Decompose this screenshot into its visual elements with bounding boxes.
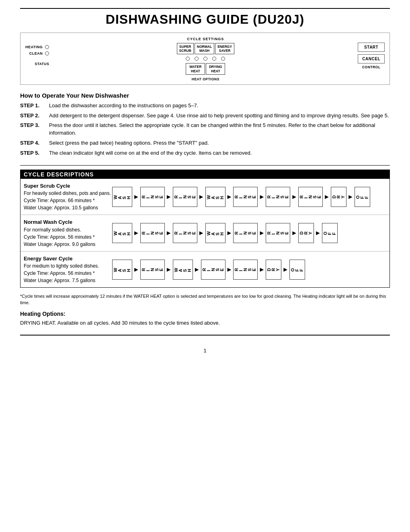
super-scrub-stages: WASH ► RINSE ► RINSE ► WASH ► RINSE ►	[112, 187, 386, 207]
energy-saver-water: Water Usage: Approx. 7.5 gallons	[24, 277, 112, 284]
cancel-button[interactable]: CANCEL	[358, 54, 385, 63]
arrow-3: ►	[198, 193, 205, 201]
step-4-label: STEP 4.	[20, 139, 49, 147]
energy-saver-info: Energy Saver Cycle For medium to lightly…	[24, 255, 112, 284]
dot-1	[186, 57, 190, 61]
cycle-desc-body: Super Scrub Cycle For heavily soiled dis…	[20, 179, 390, 288]
stage-rinse-5: RINSE	[298, 187, 323, 207]
normal-wash-button[interactable]: NORMALWASH	[195, 43, 214, 54]
step-3-label: STEP 3.	[20, 122, 49, 137]
normal-wash-stages: WASH ► RINSE ► RINSE ► WASH ► RINSE ►	[112, 223, 386, 243]
heating-label: HEATING	[25, 45, 43, 49]
es-stage-rinse-1: RINSE	[140, 260, 165, 280]
step-1-row: STEP 1. Load the dishwasher according to…	[20, 102, 390, 110]
rinse-stage-text-5: RINSE	[298, 187, 323, 207]
es-stage-rinse-3: RINSE	[233, 260, 258, 280]
normal-wash-name: Normal Wash Cycle	[24, 218, 112, 226]
es-arrow-1: ►	[133, 266, 139, 273]
page-number: 1	[20, 348, 390, 354]
super-scrub-water: Water Usage: Approx. 10.5 gallons	[24, 204, 112, 211]
stage-off-1: OFF	[355, 187, 370, 207]
rinse-stage-text-2: RINSE	[173, 187, 197, 207]
clean-label-row: CLEAN	[25, 51, 49, 55]
es-wash-text-1: WASH	[112, 260, 132, 280]
stage-rinse-1: RINSE	[140, 187, 165, 207]
dot-4	[212, 57, 216, 61]
water-heat-button[interactable]: WATERHEAT	[186, 63, 205, 74]
cycle-settings-label: CYCLE SETTINGS	[187, 37, 224, 41]
nw-arrow-4: ►	[226, 229, 233, 237]
nw-stage-rinse-4: RINSE	[266, 223, 290, 243]
es-dry-text: DRY	[266, 260, 281, 280]
how-to-operate-section: How to Operate Your New Dishwasher STEP …	[20, 92, 390, 157]
es-stage-dry: DRY	[266, 260, 281, 280]
energy-saver-button[interactable]: ENERGYSAVER	[215, 43, 234, 54]
nw-arrow-7: ►	[315, 229, 321, 237]
control-right: START CANCEL CONTROL	[358, 37, 385, 69]
es-off-text: OFF	[289, 260, 305, 280]
page-title: DISHWASHING GUIDE (DU20J)	[20, 12, 390, 27]
heat-options-label-row: HEAT OPTIONS	[53, 77, 358, 81]
clean-label: CLEAN	[29, 51, 43, 55]
energy-saver-row: Energy Saver Cycle For medium to lightly…	[20, 252, 390, 288]
nw-wash-text-1: WASH	[112, 223, 132, 243]
step-1-text: Load the dishwasher according to the ins…	[49, 102, 198, 110]
nw-stage-rinse-2: RINSE	[173, 223, 197, 243]
bottom-border	[20, 335, 390, 336]
rinse-stage-text-4: RINSE	[266, 187, 290, 207]
rinse-stage-text-3: RINSE	[233, 187, 258, 207]
es-stage-wash-2: WASH	[173, 260, 193, 280]
nw-stage-off: OFF	[322, 223, 338, 243]
es-wash-text-2: WASH	[173, 260, 193, 280]
rinse-stage-text-1: RINSE	[140, 187, 165, 207]
nw-rinse-text-2: RINSE	[173, 223, 197, 243]
arrow-2: ►	[166, 193, 172, 201]
heat-options-label: HEAT OPTIONS	[192, 77, 219, 81]
wash-stage-text-2: WASH	[205, 187, 226, 207]
es-rinse-text-1: RINSE	[140, 260, 165, 280]
control-buttons: START CANCEL	[358, 37, 385, 63]
stage-rinse-4: RINSE	[266, 187, 290, 207]
energy-saver-stages: WASH ► RINSE ► WASH ► RINSE ► RINSE ►	[112, 260, 386, 280]
drying-heat-button[interactable]: DRYINGHEAT	[206, 63, 225, 74]
es-arrow-2: ►	[166, 266, 172, 273]
step-3-row: STEP 3. Press the door until it latches.…	[20, 122, 390, 137]
section-divider	[20, 165, 390, 166]
arrow-8: ►	[347, 193, 354, 201]
step-2-label: STEP 2.	[20, 112, 49, 120]
step-5-label: STEP 5.	[20, 149, 49, 157]
nw-arrow-3: ►	[198, 229, 205, 237]
energy-saver-desc: For medium to lightly soiled dishes.	[24, 262, 112, 270]
nw-off-text: OFF	[322, 223, 338, 243]
normal-wash-desc: For normally soiled dishes.	[24, 226, 112, 233]
super-scrub-button[interactable]: SUPERSCRUB	[177, 43, 194, 54]
how-to-operate-title: How to Operate Your New Dishwasher	[20, 92, 390, 99]
nw-stage-rinse-3: RINSE	[233, 223, 258, 243]
es-stage-off: OFF	[289, 260, 305, 280]
nw-arrow-6: ►	[291, 229, 297, 237]
heating-options-text: DRYING HEAT. Available on all cycles. Ad…	[20, 319, 390, 327]
es-arrow-6: ►	[282, 266, 289, 273]
nw-wash-text-2: WASH	[205, 223, 226, 243]
top-border	[20, 8, 390, 9]
nw-rinse-text-3: RINSE	[233, 223, 258, 243]
dot-2	[195, 57, 199, 61]
nw-stage-rinse-1: RINSE	[140, 223, 165, 243]
off-stage-text-1: OFF	[355, 187, 370, 207]
energy-saver-name: Energy Saver Cycle	[24, 255, 112, 263]
start-button[interactable]: START	[358, 43, 385, 52]
arrow-4: ►	[226, 193, 233, 201]
stage-dry-1: DRY	[331, 187, 346, 207]
nw-dry-text: DRY	[298, 223, 314, 243]
stage-rinse-3: RINSE	[233, 187, 258, 207]
step-4-row: STEP 4. Select (press the pad twice) hea…	[20, 139, 390, 147]
normal-wash-water: Water Usage: Approx. 9.0 gallons	[24, 241, 112, 248]
es-rinse-text-3: RINSE	[233, 260, 258, 280]
step-5-text: The clean indicator light will come on a…	[49, 149, 252, 157]
arrow-6: ►	[291, 193, 297, 201]
nw-stage-wash-2: WASH	[205, 223, 226, 243]
heating-options-title: Heating Options:	[20, 311, 390, 317]
arrow-7: ►	[324, 193, 330, 201]
stage-wash-1: WASH	[112, 187, 132, 207]
dot-5	[221, 57, 225, 61]
